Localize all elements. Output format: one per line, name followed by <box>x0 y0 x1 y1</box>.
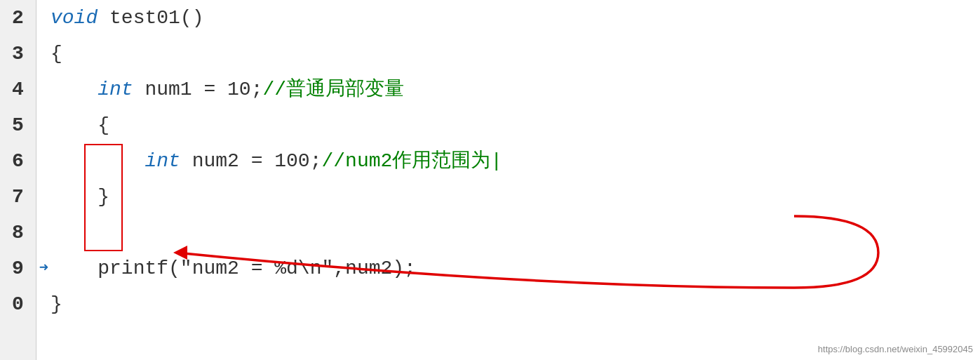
watermark: https://blog.csdn.net/weixin_45992045 <box>818 344 973 354</box>
token-comment: //普通局部变量 <box>262 80 404 100</box>
token-normal: num1 = 10; <box>133 80 263 100</box>
line-number-5: 5 <box>0 107 36 143</box>
code-line-4: int num2 = 100;//num2作用范围为| <box>36 143 980 179</box>
code-line-2: int num1 = 10;//普通局部变量 <box>36 72 980 107</box>
token-normal: test01() <box>98 8 203 28</box>
code-line-6 <box>36 215 980 251</box>
token-kw: int <box>98 80 133 100</box>
line-number-8: 8 <box>0 215 36 251</box>
line-number-0: 0 <box>0 286 36 322</box>
token-kw: int <box>145 152 180 171</box>
token-normal: { <box>98 116 109 135</box>
line-numbers: 234567890 <box>0 0 36 360</box>
code-line-7: printf("num2 = %d\n",num2); <box>36 251 980 286</box>
code-line-0: void test01() <box>36 0 980 36</box>
line-number-4: 4 <box>0 72 36 107</box>
code-line-5: } <box>36 179 980 215</box>
code-line-1: { <box>36 36 980 72</box>
token-normal: num2 = 100; <box>180 152 322 171</box>
token-normal: } <box>51 295 62 314</box>
code-line-3: { <box>36 107 980 143</box>
token-comment: //num2作用范围为| <box>321 152 502 171</box>
line-number-9: 9 <box>0 251 36 286</box>
code-container: 234567890 void test01(){ int num1 = 10;/… <box>0 0 980 360</box>
token-normal: printf("num2 = %d\n",num2); <box>98 259 416 279</box>
token-normal: { <box>51 44 62 64</box>
code-area: void test01(){ int num1 = 10;//普通局部变量 { … <box>36 0 980 360</box>
line-number-3: 3 <box>0 36 36 72</box>
line-number-6: 6 <box>0 143 36 179</box>
token-kw: void <box>51 8 98 28</box>
line-number-2: 2 <box>0 0 36 36</box>
code-line-8: } <box>36 286 980 322</box>
token-normal: } <box>98 187 109 207</box>
line-number-7: 7 <box>0 179 36 215</box>
